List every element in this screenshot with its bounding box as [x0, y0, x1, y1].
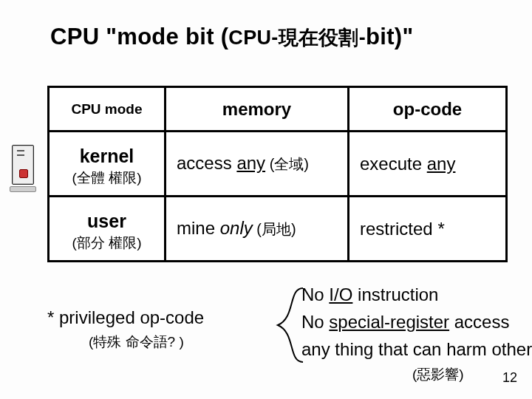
l2-post: access — [449, 312, 509, 332]
user-op-pre: restricted — [360, 219, 437, 239]
user-label-sub: (部分 權限) — [50, 235, 164, 251]
privileged-label-sub: (特殊 命令語? ) — [89, 332, 184, 352]
l1-post: instruction — [352, 284, 438, 304]
restriction-list: No I/O instruction No special-register a… — [301, 281, 532, 364]
table-row-user: user (部分 權限) mine only (局地) restricted * — [49, 197, 507, 262]
l2-pre: No — [301, 312, 329, 332]
kernel-mem-any: any — [236, 153, 265, 173]
user-op-ast: * — [437, 219, 444, 239]
title-sub: CPU-現在役割- — [228, 27, 366, 49]
list-line-3: any thing that can harm others — [301, 335, 532, 363]
title-main: CPU "mode bit ( — [50, 24, 228, 50]
privileged-label: * privileged op-code — [47, 307, 204, 328]
list-line-2: No special-register access — [301, 308, 532, 335]
th-mode: CPU mode — [49, 87, 166, 132]
title-tail: bit)" — [366, 24, 413, 50]
user-mem-pre: mine — [177, 218, 220, 238]
kernel-op-pre: execute — [360, 154, 427, 174]
user-mem-only: only — [220, 218, 253, 238]
kernel-memory: access any (全域) — [166, 153, 347, 174]
kernel-label: kernel — [50, 146, 164, 167]
th-memory: memory — [166, 87, 349, 132]
slide-title: CPU "mode bit (CPU-現在役割-bit)" — [50, 24, 413, 51]
harm-annotation: (惡影響) — [412, 365, 464, 384]
user-mem-anno: (局地) — [253, 221, 296, 237]
user-label: user — [50, 211, 164, 232]
computer-icon — [12, 145, 37, 191]
list-line-1: No I/O instruction — [301, 281, 532, 308]
user-memory: mine only (局地) — [166, 218, 347, 239]
kernel-label-sub: (全體 權限) — [50, 170, 164, 186]
cpu-mode-table: CPU mode memory op-code kernel (全體 權限) a… — [47, 86, 508, 262]
kernel-mem-pre: access — [177, 153, 236, 173]
row-label-kernel: kernel (全體 權限) — [49, 132, 166, 197]
slide: CPU "mode bit (CPU-現在役割-bit)" CPU mode m… — [0, 0, 532, 399]
table-header-row: CPU mode memory op-code — [49, 87, 507, 132]
kernel-op-any: any — [427, 154, 456, 174]
l1-io: I/O — [329, 284, 352, 304]
table-row-kernel: kernel (全體 權限) access any (全域) execute a… — [49, 132, 507, 197]
th-opcode: op-code — [349, 87, 507, 132]
l2-reg: special-register — [329, 312, 449, 332]
row-label-user: user (部分 權限) — [49, 197, 166, 262]
brace-icon — [273, 281, 303, 369]
page-number: 12 — [502, 370, 517, 386]
kernel-opcode: execute any — [349, 154, 505, 174]
kernel-mem-anno: (全域) — [265, 156, 309, 172]
l1-pre: No — [301, 284, 329, 304]
user-opcode: restricted * — [349, 219, 505, 239]
